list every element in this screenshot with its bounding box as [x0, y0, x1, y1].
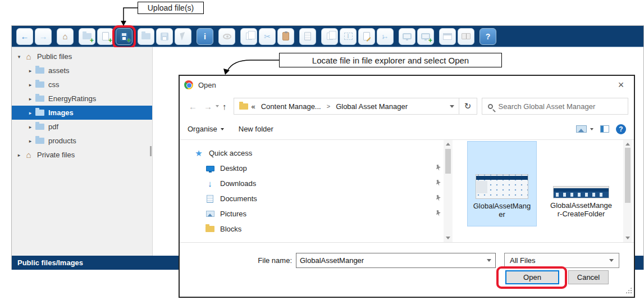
home-button[interactable]: ⌂ [57, 28, 74, 45]
tree-item-css[interactable]: ▸ css [12, 78, 152, 92]
refresh-icon: ↻ [464, 101, 472, 111]
file-tile-globalassetmanger-createfolder[interactable]: GlobalAssetManger-CreateFolder [543, 141, 619, 226]
duplicate-button[interactable] [321, 28, 338, 45]
expand-icon[interactable]: ▸ [26, 124, 34, 130]
cancel-button[interactable]: Cancel [568, 270, 609, 284]
expand-icon[interactable]: ▸ [26, 82, 34, 88]
help-button[interactable]: ? [479, 28, 496, 45]
window-view-button[interactable] [439, 28, 456, 45]
nav-back-icon[interactable]: ← [189, 102, 197, 111]
folder-button[interactable] [138, 28, 154, 45]
tree-item-pdf[interactable]: ▸ pdf [12, 120, 152, 134]
open-button[interactable]: Open [505, 270, 559, 284]
preview-button[interactable] [218, 28, 235, 45]
nav-item-pictures[interactable]: Pictures [180, 206, 444, 221]
nav-item-downloads[interactable]: ↓ Downloads [180, 176, 444, 191]
upload-callout: Upload file(s) [138, 2, 204, 14]
locate-file-callout: Locate file in file explorer and select … [279, 53, 502, 67]
scroll-up-icon[interactable] [446, 143, 450, 146]
file-type-select[interactable]: All Files [504, 253, 619, 268]
file-name-dropdown-icon[interactable] [487, 259, 491, 262]
new-folder-command[interactable]: New folder [239, 125, 273, 133]
info-button[interactable]: i [197, 28, 213, 45]
save-icon [159, 32, 170, 41]
upload-file-button[interactable]: + [116, 28, 133, 45]
expand-icon[interactable]: ▸ [15, 152, 23, 158]
search-box[interactable] [482, 98, 629, 115]
scroll-up-icon[interactable] [625, 143, 630, 146]
scroll-down-icon[interactable] [625, 237, 630, 239]
view-thumbnails-button[interactable] [576, 125, 593, 133]
documentation-button[interactable] [458, 28, 474, 45]
nav-item-documents[interactable]: Documents [180, 191, 444, 206]
expand-icon[interactable]: ▸ [26, 110, 34, 116]
nav-item-label: Blocks [220, 225, 241, 233]
tree-item-label: products [48, 137, 76, 145]
document-icon [303, 32, 313, 41]
edit-icon [362, 32, 372, 41]
resize-grip[interactable] [625, 287, 632, 293]
file-name-input[interactable] [296, 256, 487, 265]
dialog-help-icon[interactable]: ? [616, 124, 626, 134]
refresh-button[interactable]: ↻ [459, 98, 477, 115]
paste-button[interactable] [277, 28, 294, 45]
close-icon[interactable]: × [613, 79, 629, 91]
help-icon: ? [486, 32, 491, 41]
nav-up-icon[interactable]: ↑ [222, 102, 227, 111]
tree-item-public-files[interactable]: ▾ ⌂ Public files [12, 49, 152, 63]
nav-item-label: Documents [220, 194, 257, 203]
collapse-icon[interactable]: ▾ [15, 54, 23, 60]
details-view-icon[interactable] [600, 125, 609, 133]
breadcrumb-parent[interactable]: Content Manage... [261, 102, 321, 111]
home-icon: ⌂ [62, 32, 67, 40]
rename-button[interactable]: I [340, 28, 357, 45]
scrollbar-thumb[interactable] [445, 149, 451, 174]
save-button[interactable] [156, 28, 173, 45]
nav-item-quick-access[interactable]: ★ Quick access [180, 146, 444, 161]
tree-item-private-files[interactable]: ▸ ⌂ Private files [12, 148, 152, 162]
new-folder-button[interactable]: + [79, 28, 95, 45]
edit-button[interactable] [358, 28, 375, 45]
new-file-button[interactable]: + [97, 28, 114, 45]
expand-icon[interactable]: ▸ [26, 138, 34, 144]
expand-button[interactable]: ↔↕ [377, 28, 394, 45]
monitor-button[interactable] [399, 28, 415, 45]
nav-history-chevron-icon[interactable] [216, 105, 219, 107]
forward-button[interactable]: → [35, 28, 52, 45]
back-button[interactable]: ← [16, 28, 33, 45]
nav-forward-icon[interactable]: → [204, 102, 212, 111]
address-dropdown-icon[interactable] [450, 105, 454, 108]
pin-icon [435, 210, 441, 216]
nav-item-desktop[interactable]: Desktop [180, 161, 444, 176]
monitor-add-button[interactable]: + [417, 28, 434, 45]
select-pointer-button[interactable] [175, 28, 191, 45]
scrollbar-thumb[interactable] [625, 148, 631, 203]
tree-item-images-selected[interactable]: ▸ Images [12, 106, 152, 120]
organise-label: Organise [188, 125, 217, 133]
home-folder-icon: ⌂ [23, 151, 34, 159]
files-pane-scrollbar[interactable] [623, 140, 632, 242]
organise-menu-button[interactable]: Organise [188, 125, 224, 133]
cut-button[interactable]: ✂ [259, 28, 276, 45]
expand-icon[interactable]: ▸ [26, 96, 34, 102]
expand-icon[interactable]: ▸ [26, 68, 34, 74]
expand-arrows-icon: ↔↕ [381, 32, 390, 41]
file-tile-globalassetmanger[interactable]: GlobalAssetManger [467, 141, 537, 226]
scroll-down-icon[interactable] [446, 237, 450, 239]
document-properties-button[interactable] [299, 28, 316, 45]
dialog-title: Open [198, 81, 216, 89]
nav-item-blocks[interactable]: Blocks [180, 221, 444, 237]
address-breadcrumb[interactable]: « Content Manage... > Global Asset Manag… [234, 98, 459, 115]
tree-item-energyratings[interactable]: ▸ EnergyRatings [12, 92, 152, 106]
tree-item-assets[interactable]: ▸ assets [12, 63, 152, 78]
file-thumbnail [476, 174, 528, 199]
asset-manager-toolbar: ← → ⌂ + + + i ✂ I ↔↕ + ? [12, 26, 643, 47]
breadcrumb-current[interactable]: Global Asset Manager [336, 102, 408, 111]
search-input[interactable] [499, 102, 623, 111]
tree-item-products[interactable]: ▸ products [12, 134, 152, 148]
tree-scrollbar-thumb[interactable] [150, 146, 152, 156]
chrome-icon [184, 80, 193, 89]
breadcrumb-overflow[interactable]: « [252, 102, 255, 111]
nav-pane-scrollbar[interactable] [444, 140, 453, 242]
copy-button[interactable] [240, 28, 257, 45]
